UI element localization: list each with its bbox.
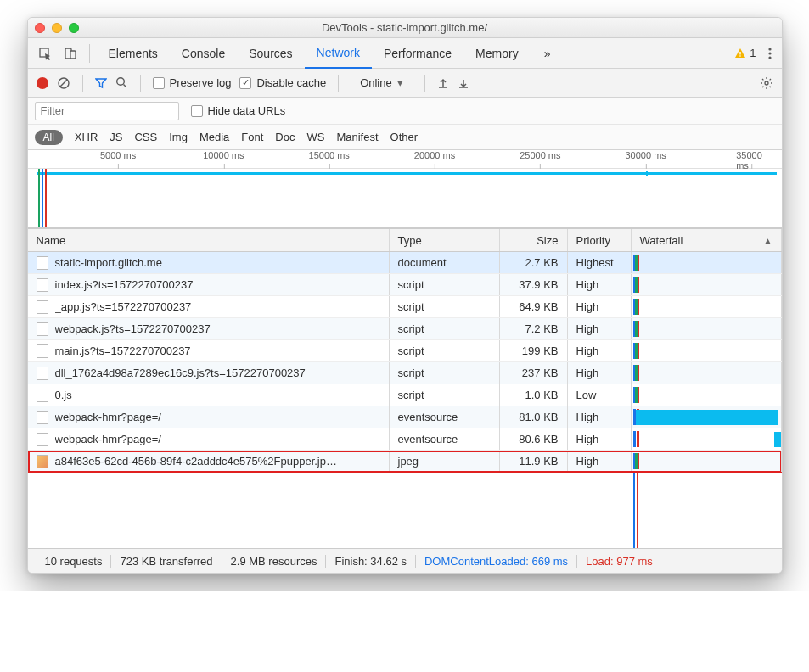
type-xhr[interactable]: XHR (75, 131, 98, 143)
inspect-element-icon[interactable] (33, 42, 57, 65)
timeline-tick: 20000 ms (414, 150, 455, 160)
request-type: script (390, 384, 500, 406)
device-toolbar-icon[interactable] (59, 42, 82, 65)
table-row[interactable]: _app.js?ts=1572270700237script64.9 KBHig… (28, 296, 782, 318)
file-icon (37, 278, 48, 292)
request-type: script (390, 296, 500, 317)
preserve-log-checkbox[interactable]: Preserve log (153, 76, 232, 89)
request-name: index.js?ts=1572270700237 (55, 278, 194, 291)
chevron-down-icon: ▾ (397, 76, 403, 89)
request-type: eventsource (390, 406, 500, 428)
activity-mark (646, 171, 648, 176)
dcl-marker (38, 169, 40, 227)
devtools-window: DevTools - static-import.glitch.me/ Elem… (27, 17, 783, 574)
type-css[interactable]: CSS (134, 131, 157, 143)
timeline-overview[interactable] (28, 169, 782, 228)
tab-performance[interactable]: Performance (372, 38, 463, 69)
type-manifest[interactable]: Manifest (336, 131, 378, 143)
request-size: 199 KB (500, 340, 568, 361)
export-har-icon[interactable] (458, 77, 469, 89)
status-transferred: 723 KB transferred (111, 555, 222, 568)
disable-cache-checkbox[interactable]: Disable cache (239, 76, 326, 89)
request-size: 11.9 KB (500, 451, 568, 472)
request-size: 37.9 KB (500, 274, 568, 295)
load-marker-blue (42, 169, 43, 227)
window-controls (35, 23, 79, 33)
checkbox-box (239, 77, 251, 89)
request-name: dll_1762a4d98a7289ec16c9.js?ts=157227070… (55, 367, 306, 379)
tab-network[interactable]: Network (305, 38, 372, 69)
type-ws[interactable]: WS (306, 131, 324, 143)
checkbox-box (153, 77, 165, 89)
request-waterfall (632, 406, 782, 428)
table-row[interactable]: index.js?ts=1572270700237script37.9 KBHi… (28, 274, 782, 296)
warnings-indicator[interactable]: 1 (729, 47, 761, 59)
col-size[interactable]: Size (500, 229, 568, 251)
settings-icon[interactable] (760, 76, 773, 90)
request-size: 7.2 KB (500, 318, 568, 339)
minimize-button[interactable] (52, 23, 62, 33)
request-size: 1.0 KB (500, 384, 568, 406)
divider (424, 75, 425, 92)
file-icon (37, 256, 48, 270)
checkbox-box (191, 105, 203, 117)
tab-sources[interactable]: Sources (237, 38, 304, 69)
request-name: _app.js?ts=1572270700237 (55, 300, 192, 313)
request-name: main.js?ts=1572270700237 (55, 344, 191, 357)
table-row[interactable]: 0.jsscript1.0 KBLow (28, 384, 782, 406)
record-button[interactable] (37, 77, 48, 89)
timeline-ruler: 5000 ms10000 ms15000 ms20000 ms25000 ms3… (28, 150, 782, 169)
table-row[interactable]: static-import.glitch.medocument2.7 KBHig… (28, 252, 782, 274)
col-type[interactable]: Type (390, 229, 500, 251)
tab-memory[interactable]: Memory (463, 38, 531, 69)
type-other[interactable]: Other (390, 131, 419, 143)
panel-tabs: ElementsConsoleSourcesNetworkPerformance… (28, 38, 782, 69)
svg-rect-4 (740, 55, 741, 56)
file-icon (37, 300, 48, 314)
request-priority: High (568, 362, 632, 384)
table-row[interactable]: webpack.js?ts=1572270700237script7.2 KBH… (28, 318, 782, 340)
table-row[interactable]: webpack-hmr?page=/eventsource81.0 KBHigh (28, 406, 782, 428)
request-type: script (390, 318, 500, 339)
request-name: a84f63e5-62cd-456b-89f4-c2adddc4e575%2Fp… (55, 455, 337, 468)
svg-point-5 (768, 48, 771, 50)
type-font[interactable]: Font (241, 131, 263, 143)
col-priority[interactable]: Priority (568, 229, 632, 251)
divider (82, 75, 83, 92)
status-dcl: DOMContentLoaded: 669 ms (416, 555, 577, 568)
file-icon (37, 322, 48, 336)
more-menu-icon[interactable] (763, 47, 777, 60)
col-waterfall[interactable]: Waterfall ▲ (632, 229, 782, 251)
maximize-button[interactable] (69, 23, 79, 33)
table-row[interactable]: a84f63e5-62cd-456b-89f4-c2adddc4e575%2Fp… (28, 451, 782, 473)
table-row[interactable]: main.js?ts=1572270700237script199 KBHigh (28, 340, 782, 362)
search-icon[interactable] (115, 76, 128, 89)
table-row[interactable]: dll_1762a4d98a7289ec16c9.js?ts=157227070… (28, 362, 782, 384)
close-button[interactable] (35, 23, 45, 33)
table-row[interactable]: webpack-hmr?page=/eventsource80.6 KBHigh (28, 428, 782, 451)
clear-button[interactable] (57, 76, 70, 90)
status-finish: Finish: 34.62 s (326, 555, 416, 568)
request-name: static-import.glitch.me (55, 256, 162, 269)
type-js[interactable]: JS (110, 131, 122, 143)
type-img[interactable]: Img (169, 131, 188, 143)
type-all[interactable]: All (35, 130, 63, 145)
tab-elements[interactable]: Elements (97, 38, 170, 69)
request-type: script (390, 340, 500, 361)
filter-input[interactable] (35, 102, 179, 120)
hide-data-urls-checkbox[interactable]: Hide data URLs (191, 104, 286, 117)
divider (89, 44, 90, 63)
throttling-select[interactable]: Online ▾ (351, 76, 413, 90)
request-type: eventsource (390, 428, 500, 450)
tab-console[interactable]: Console (170, 38, 237, 69)
type-doc[interactable]: Doc (275, 131, 295, 143)
tab-overflow[interactable]: » (532, 38, 563, 69)
request-name: webpack.js?ts=1572270700237 (55, 322, 211, 335)
timeline-activity-bar (37, 172, 777, 175)
timeline-tick: 10000 ms (203, 150, 244, 160)
type-media[interactable]: Media (199, 131, 229, 143)
status-requests: 10 requests (37, 555, 112, 568)
import-har-icon[interactable] (437, 77, 449, 89)
col-name[interactable]: Name (28, 229, 390, 251)
filter-icon[interactable] (95, 77, 107, 89)
